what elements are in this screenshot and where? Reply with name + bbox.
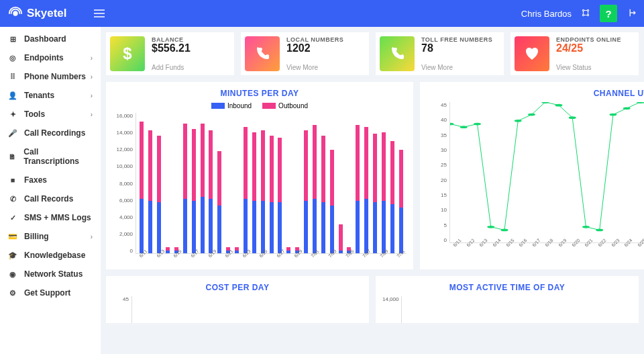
sidebar-item-get-support[interactable]: ⚙Get Support (0, 283, 101, 302)
chart-title: CHANNEL UTILIZATION (427, 89, 644, 98)
logout-icon[interactable] (627, 8, 636, 19)
sidebar-item-label: Phone Numbers (24, 72, 86, 81)
y-tick: 35 (427, 132, 447, 138)
sidebar-item-label: Tools (24, 109, 45, 119)
y-tick: 14,000 (382, 296, 398, 302)
y-tick: 14,000 (113, 130, 133, 136)
topbar: Skyetel Chris Bardos ? (0, 0, 644, 27)
sidebar-item-endpoints[interactable]: ◎Endpoints› (0, 48, 101, 67)
sidebar: ⊞Dashboard◎Endpoints›⠿Phone Numbers›👤Ten… (0, 27, 101, 354)
svg-point-7 (460, 126, 468, 128)
bar-group (380, 113, 388, 253)
brand-name: Skyetel (27, 7, 67, 20)
y-tick: 2,000 (113, 231, 133, 237)
y-tick: 10,000 (113, 163, 133, 169)
svg-point-11 (515, 120, 522, 122)
chevron-right-icon: › (91, 92, 93, 99)
svg-point-18 (609, 114, 616, 116)
sidebar-item-network-status[interactable]: ◉Network Status (0, 265, 101, 283)
sidebar-item-label: SMS + MMS Logs (24, 213, 91, 222)
phone-numbers-icon: ⠿ (8, 73, 17, 81)
sidebar-item-call-records[interactable]: ✆Call Records (0, 189, 101, 208)
tenants-icon: 👤 (8, 91, 17, 100)
brand-logo[interactable]: Skyetel (8, 6, 67, 21)
y-tick: 20 (427, 177, 447, 183)
sidebar-item-call-recordings[interactable]: 🎤Call Recordings (0, 124, 101, 142)
svg-point-15 (569, 116, 576, 119)
bar-group (258, 113, 267, 253)
card-value: 24/25 (556, 42, 621, 54)
sidebar-item-tools[interactable]: ✦Tools› (0, 105, 101, 124)
chart-minutes-per-day: MINUTES PER DAY InboundOutbound 16,00014… (106, 82, 413, 269)
y-tick: 15 (427, 192, 447, 198)
chevron-right-icon: › (91, 73, 93, 81)
sidebar-item-label: Billing (24, 232, 49, 241)
bar-group (172, 113, 181, 253)
card-action-link[interactable]: View Status (556, 64, 621, 71)
y-tick: 25 (427, 162, 447, 168)
card-action-link[interactable]: View More (286, 64, 343, 71)
svg-point-19 (623, 107, 631, 109)
dashboard-icon: ⊞ (8, 35, 17, 44)
bar-group (362, 113, 371, 253)
bar-group (267, 113, 276, 253)
sidebar-item-billing[interactable]: 💳Billing› (0, 227, 101, 246)
y-tick: 6,000 (113, 197, 133, 204)
y-tick: 0 (113, 248, 133, 254)
y-tick: 10 (427, 207, 447, 213)
svg-point-3 (582, 14, 584, 15)
bar-group (311, 113, 319, 253)
bar-group (224, 113, 233, 253)
sidebar-item-label: Call Records (24, 194, 73, 204)
bar-group (198, 113, 207, 253)
sidebar-item-sms-mms-logs[interactable]: ✓SMS + MMS Logs (0, 208, 101, 227)
phone-icon (245, 36, 280, 71)
sidebar-item-phone-numbers[interactable]: ⠿Phone Numbers› (0, 67, 101, 86)
sidebar-item-faxes[interactable]: ■Faxes (0, 171, 101, 189)
svg-point-9 (487, 226, 494, 228)
bar-group (293, 113, 302, 253)
sidebar-item-label: Network Status (24, 269, 83, 279)
svg-text:$: $ (123, 45, 131, 62)
card-action-link[interactable]: Add Funds (152, 64, 191, 71)
svg-point-12 (528, 114, 535, 116)
sidebar-item-label: Endpoints (24, 53, 64, 62)
chart-title: MINUTES PER DAY (113, 89, 407, 98)
user-name[interactable]: Chris Bardos (521, 9, 572, 19)
card-value: $556.21 (152, 42, 191, 54)
legend-item: Outbound (262, 102, 308, 109)
sidebar-item-label: Call Transcriptions (23, 147, 93, 166)
sidebar-item-label: Get Support (24, 288, 70, 298)
bar-group (388, 113, 396, 253)
stat-card-balance: $ BALANCE $556.21 Add Funds (106, 32, 234, 75)
dollar-icon: $ (110, 36, 145, 71)
knowledgebase-icon: 🎓 (8, 251, 17, 260)
stat-card-toll-free-numbers: TOLL FREE NUMBERS 78 View More (376, 32, 504, 75)
bar-group (180, 113, 189, 253)
chevron-right-icon: › (91, 54, 93, 62)
y-tick: 4,000 (113, 214, 133, 220)
phone-icon (380, 36, 415, 71)
help-button[interactable]: ? (600, 5, 617, 22)
y-tick: 5 (427, 222, 447, 228)
heart-icon (515, 36, 549, 71)
sidebar-item-knowledgebase[interactable]: 🎓Knowledgebase (0, 246, 101, 265)
y-tick: 12,000 (113, 146, 133, 152)
y-tick: 30 (427, 147, 447, 153)
card-action-link[interactable]: View More (421, 64, 492, 71)
sidebar-item-call-transcriptions[interactable]: 🗎Call Transcriptions (0, 142, 101, 171)
card-value: 1202 (286, 42, 343, 54)
sidebar-item-dashboard[interactable]: ⊞Dashboard (0, 30, 101, 48)
sidebar-item-tenants[interactable]: 👤Tenants› (0, 86, 101, 105)
bar-group (284, 113, 293, 253)
stat-card-local-numbers: LOCAL NUMBERS 1202 View More (241, 32, 369, 75)
menu-toggle-icon[interactable] (94, 9, 105, 17)
bar-group (327, 113, 336, 253)
sidebar-item-label: Faxes (24, 175, 47, 185)
sms-logs-icon: ✓ (8, 214, 17, 222)
chart-title: COST PER DAY (113, 283, 362, 292)
bar-group (189, 113, 198, 253)
bar-group (396, 113, 405, 253)
share-icon[interactable] (581, 8, 590, 19)
y-tick: 0 (427, 237, 447, 243)
